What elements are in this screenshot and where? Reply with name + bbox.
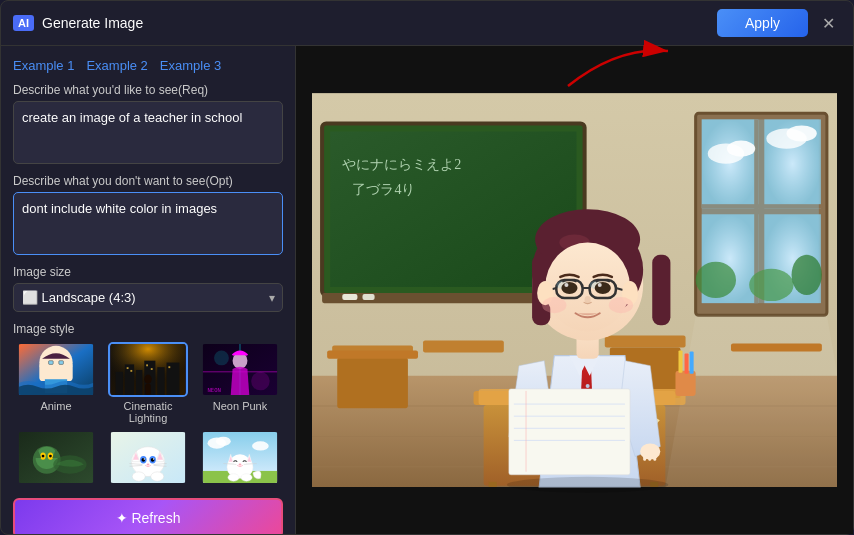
svg-rect-163	[690, 352, 694, 374]
classroom-illustration: やにナにらミえよ2 了づラ4り	[312, 62, 837, 518]
svg-rect-126	[648, 446, 651, 460]
svg-rect-100	[342, 294, 357, 300]
svg-point-72	[216, 437, 231, 446]
svg-rect-8	[116, 372, 123, 395]
svg-point-88	[727, 141, 755, 157]
svg-point-51	[147, 464, 150, 466]
svg-text:NEON: NEON	[208, 387, 221, 393]
svg-rect-111	[489, 482, 497, 487]
image-size-group: Image size ⬜ Landscape (4:3) ⬜ Square (1…	[13, 265, 283, 312]
title-left: AI Generate Image	[13, 15, 143, 31]
svg-rect-14	[127, 367, 129, 369]
title-right: Apply ✕	[717, 9, 841, 37]
svg-point-69	[228, 474, 239, 481]
svg-point-26	[251, 372, 270, 391]
image-style-section: Image style	[13, 322, 283, 488]
svg-text:了づラ4り: 了づラ4り	[352, 181, 415, 197]
svg-point-19	[144, 375, 151, 384]
svg-point-145	[561, 282, 577, 294]
style-name-cinematic: CinematicLighting	[124, 400, 173, 424]
style-item-6[interactable]	[197, 430, 283, 488]
svg-rect-20	[145, 384, 151, 395]
style-item-cinematic[interactable]: CinematicLighting	[105, 342, 191, 424]
example-2-link[interactable]: Example 2	[86, 58, 147, 73]
svg-rect-101	[362, 294, 374, 300]
close-button[interactable]: ✕	[816, 12, 841, 35]
svg-point-91	[696, 262, 736, 298]
svg-point-73	[252, 441, 269, 450]
svg-rect-5	[59, 361, 64, 365]
svg-rect-16	[146, 364, 148, 366]
svg-rect-127	[653, 448, 656, 461]
style-thumb-6	[200, 430, 280, 485]
positive-prompt-group: Describe what you'd like to see(Req) cre…	[13, 83, 283, 164]
svg-point-56	[132, 472, 145, 481]
svg-rect-125	[643, 446, 646, 460]
svg-point-153	[609, 297, 633, 313]
svg-rect-162	[685, 354, 689, 374]
svg-point-50	[153, 458, 154, 459]
svg-point-146	[595, 282, 611, 294]
image-size-select[interactable]: ⬜ Landscape (4:3) ⬜ Square (1:1) ⬜ Portr…	[13, 283, 283, 312]
positive-prompt-label: Describe what you'd like to see(Req)	[13, 83, 283, 97]
negative-prompt-group: Describe what you don't want to see(Opt)…	[13, 174, 283, 255]
svg-point-66	[239, 464, 242, 466]
svg-rect-12	[157, 367, 164, 395]
svg-rect-104	[605, 335, 686, 347]
content-area: Example 1 Example 2 Example 3 Describe w…	[1, 46, 853, 534]
svg-rect-165	[327, 351, 418, 359]
style-thumb-anime	[16, 342, 96, 397]
image-size-label: Image size	[13, 265, 283, 279]
svg-point-57	[151, 472, 164, 481]
svg-point-34	[49, 455, 52, 458]
svg-rect-17	[151, 368, 153, 370]
svg-rect-4	[49, 361, 54, 365]
refresh-button[interactable]: ✦ Refresh	[13, 498, 283, 534]
svg-point-152	[542, 297, 566, 313]
svg-point-70	[241, 474, 252, 481]
svg-point-120	[586, 384, 590, 388]
style-grid: Anime	[13, 342, 283, 488]
style-item-4[interactable]	[13, 430, 99, 488]
svg-rect-166	[731, 344, 822, 352]
style-thumb-cinematic	[108, 342, 188, 397]
positive-prompt-input[interactable]: create an image of a teacher in school	[13, 101, 283, 164]
svg-point-92	[749, 269, 793, 301]
svg-point-93	[792, 255, 822, 295]
svg-point-25	[214, 350, 229, 365]
generated-image: やにナにらミえよ2 了づラ4り	[312, 62, 837, 518]
generate-image-dialog: AI Generate Image Apply ✕ Example 1 Exam…	[0, 0, 854, 535]
svg-rect-161	[678, 351, 682, 373]
svg-point-164	[507, 477, 669, 493]
negative-prompt-input[interactable]: dont include white color in images	[13, 192, 283, 255]
svg-point-90	[787, 125, 817, 141]
style-thumb-4	[16, 430, 96, 485]
style-thumb-5	[108, 430, 188, 485]
svg-rect-10	[136, 370, 142, 395]
ai-badge: AI	[13, 15, 34, 31]
example-1-link[interactable]: Example 1	[13, 58, 74, 73]
svg-rect-9	[125, 364, 134, 395]
right-panel: やにナにらミえよ2 了づラ4り	[296, 46, 853, 534]
dialog-title: Generate Image	[42, 15, 143, 31]
style-name-neonpunk: Neon Punk	[213, 400, 267, 412]
examples-row: Example 1 Example 2 Example 3	[13, 58, 283, 73]
svg-rect-18	[168, 366, 170, 368]
style-item-neonpunk[interactable]: NEON Neon Punk	[197, 342, 283, 424]
svg-point-147	[564, 283, 568, 287]
style-item-5[interactable]	[105, 430, 191, 488]
svg-point-33	[42, 455, 45, 458]
svg-rect-106	[423, 340, 504, 352]
apply-button[interactable]: Apply	[717, 9, 808, 37]
image-style-label: Image style	[13, 322, 283, 336]
example-3-link[interactable]: Example 3	[160, 58, 221, 73]
negative-prompt-label: Describe what you don't want to see(Opt)	[13, 174, 283, 188]
svg-rect-154	[509, 389, 630, 475]
svg-point-148	[598, 283, 602, 287]
svg-rect-103	[337, 358, 408, 408]
left-panel: Example 1 Example 2 Example 3 Describe w…	[1, 46, 296, 534]
style-thumb-neonpunk: NEON	[200, 342, 280, 397]
svg-rect-160	[675, 371, 695, 396]
style-item-anime[interactable]: Anime	[13, 342, 99, 424]
title-bar: AI Generate Image Apply ✕	[1, 1, 853, 46]
